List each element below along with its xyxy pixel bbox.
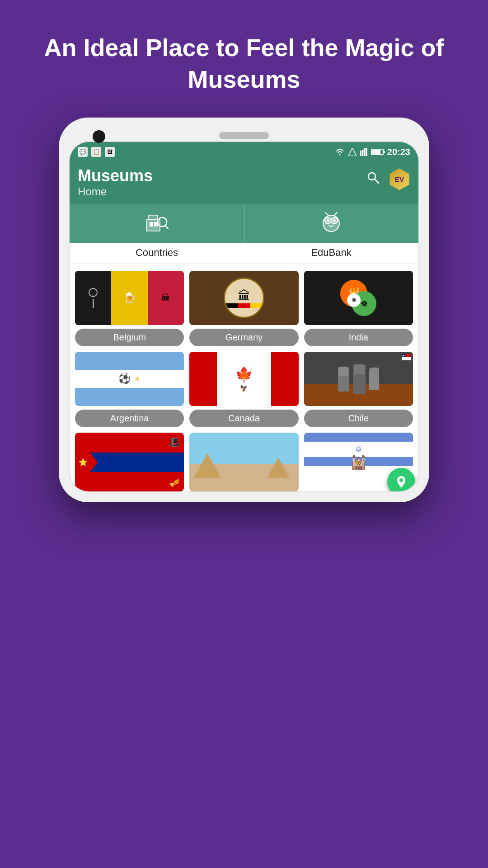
app-subtitle: Home xyxy=(78,185,153,198)
country-card-israel[interactable]: ✡ 🕍 xyxy=(304,433,413,491)
svg-rect-11 xyxy=(154,222,158,226)
germany-label: Germany xyxy=(189,329,298,346)
svg-marker-1 xyxy=(348,148,357,156)
country-card-chile[interactable]: ★ Chile xyxy=(304,352,413,427)
notification-icon-2: 📋 xyxy=(91,147,101,157)
argentina-image: ⚽ ☀ xyxy=(75,352,184,406)
country-card-argentina[interactable]: ⚽ ☀ Argentina xyxy=(75,352,184,427)
tab-labels: Countries EduBank xyxy=(70,243,418,264)
search-button[interactable] xyxy=(364,169,382,190)
canada-image: 🍁 🦅 xyxy=(189,352,298,406)
app-bar-actions: EV xyxy=(364,166,410,190)
map-pin-icon xyxy=(394,475,408,489)
countries-icon xyxy=(144,211,169,238)
notification-icon-1: 💬 xyxy=(78,147,88,157)
country-card-germany[interactable]: 🏛 Germany xyxy=(189,271,298,346)
india-image: 🕌 ☸ ☸ xyxy=(304,271,413,325)
status-bar: 💬 📋 🖼 xyxy=(70,142,418,162)
country-card-egypt[interactable] xyxy=(189,433,298,491)
country-card-india[interactable]: 🕌 ☸ ☸ India xyxy=(304,271,413,346)
wifi-icon xyxy=(335,148,345,156)
svg-rect-10 xyxy=(150,222,153,226)
svg-rect-5 xyxy=(366,148,367,156)
chile-image: ★ xyxy=(304,352,413,406)
tab-edubank[interactable] xyxy=(244,204,419,243)
phone-frame: 💬 📋 🖼 xyxy=(59,118,429,502)
country-row-2: ⚽ ☀ Argentina � xyxy=(75,352,413,427)
notification-icon-3: 🖼 xyxy=(105,147,115,157)
signal-icon-1 xyxy=(348,148,357,156)
phone-speaker xyxy=(219,132,269,139)
india-label: India xyxy=(304,329,413,346)
svg-point-0 xyxy=(339,154,340,156)
svg-rect-2 xyxy=(360,151,361,156)
phone-screen: 💬 📋 🖼 xyxy=(69,141,419,492)
svg-point-14 xyxy=(323,215,339,231)
tab-bar xyxy=(70,204,418,243)
ev-badge[interactable]: EV xyxy=(389,168,410,190)
country-row-1: 🍺 🏛 Belgium xyxy=(75,271,413,346)
belgium-image: 🍺 🏛 xyxy=(75,271,184,325)
battery-icon xyxy=(371,149,384,155)
belgium-label: Belgium xyxy=(75,329,184,346)
egypt-image xyxy=(189,433,298,491)
app-title: Museums xyxy=(78,166,153,185)
svg-point-18 xyxy=(333,219,336,222)
time-display: 20:23 xyxy=(387,147,410,157)
tab-edubank-label[interactable]: EduBank xyxy=(244,243,418,263)
search-icon xyxy=(366,170,380,185)
app-bar: Museums Home EV xyxy=(70,162,418,204)
chile-label: Chile xyxy=(304,410,413,427)
tab-countries-label[interactable]: Countries xyxy=(70,243,244,263)
country-card-cuba[interactable]: ⭐ 🎩 🎺 xyxy=(75,433,184,491)
svg-rect-3 xyxy=(362,150,363,156)
content-area: 🍺 🏛 Belgium xyxy=(70,264,418,491)
fab-button[interactable] xyxy=(387,468,415,492)
argentina-label: Argentina xyxy=(75,410,184,427)
tab-countries[interactable] xyxy=(70,204,244,243)
status-icons-left: 💬 📋 🖼 xyxy=(78,147,115,157)
svg-point-19 xyxy=(399,478,403,482)
country-card-canada[interactable]: 🍁 🦅 Canada xyxy=(189,352,298,427)
svg-line-13 xyxy=(165,226,168,229)
cuba-image: ⭐ 🎩 🎺 xyxy=(75,433,184,491)
svg-rect-4 xyxy=(364,148,366,156)
status-icons-right: 20:23 xyxy=(335,147,410,157)
app-title-block: Museums Home xyxy=(78,166,153,198)
country-card-belgium[interactable]: 🍺 🏛 Belgium xyxy=(75,271,184,346)
svg-rect-9 xyxy=(149,215,158,220)
canada-label: Canada xyxy=(189,410,298,427)
header-title: An Ideal Place to Feel the Magic of Muse… xyxy=(0,0,488,118)
signal-icon-2 xyxy=(360,148,367,156)
svg-point-17 xyxy=(327,219,329,222)
country-row-3-partial: ⭐ 🎩 🎺 xyxy=(75,433,413,491)
germany-image: 🏛 xyxy=(189,271,298,325)
edubank-icon xyxy=(319,211,344,238)
svg-line-7 xyxy=(375,179,379,183)
